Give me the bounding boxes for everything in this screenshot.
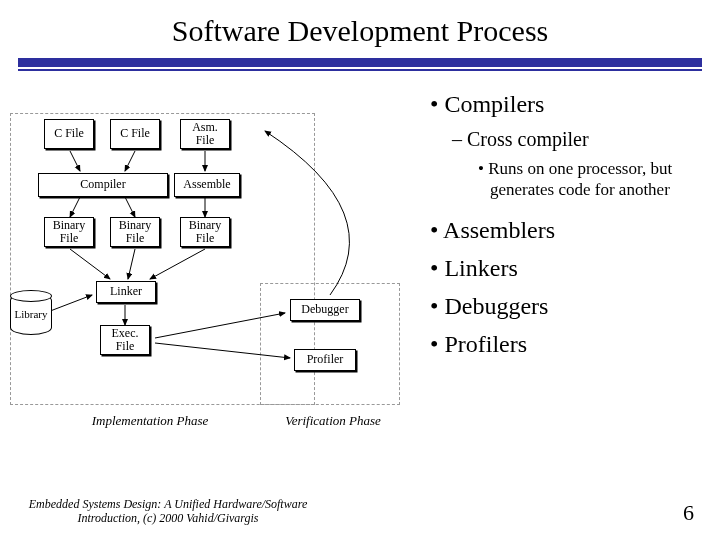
bullet-compilers: Compilers [430,89,700,119]
bullet-assemblers: Assemblers [430,215,700,245]
flow-diagram: C File C File Asm. File Compiler Assembl… [10,113,420,473]
cylinder-library: Library [10,293,52,335]
box-profiler: Profiler [294,349,356,371]
box-binary-1: Binary File [44,217,94,247]
box-debugger: Debugger [290,299,360,321]
label-implementation-phase: Implementation Phase [60,413,240,429]
title-rule [0,58,720,71]
box-assembler: Assemble [174,173,240,197]
bullet-list: Compilers Cross compiler Runs on one pro… [430,89,700,367]
footer-citation: Embedded Systems Design: A Unified Hardw… [18,498,318,526]
box-binary-2: Binary File [110,217,160,247]
box-cfile-1: C File [44,119,94,149]
box-cfile-2: C File [110,119,160,149]
box-exec-file: Exec. File [100,325,150,355]
box-binary-3: Binary File [180,217,230,247]
box-linker: Linker [96,281,156,303]
bullet-linkers: Linkers [430,253,700,283]
box-compiler: Compiler [38,173,168,197]
bullet-debuggers: Debuggers [430,291,700,321]
box-asm-file: Asm. File [180,119,230,149]
bullet-cross-detail: Runs on one processor, but generates cod… [478,158,700,201]
page-title: Software Development Process [0,0,720,58]
bullet-profilers: Profilers [430,329,700,359]
bullet-cross-compiler: Cross compiler [452,127,700,152]
label-verification-phase: Verification Phase [268,413,398,429]
page-number: 6 [683,500,694,526]
